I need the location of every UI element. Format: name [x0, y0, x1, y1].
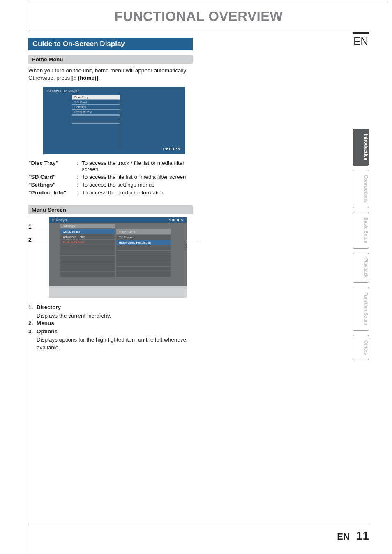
- text: When you turn on the unit, home menu wil…: [28, 67, 187, 81]
- def-colon: :: [77, 174, 82, 180]
- menuscr-left-item: Factory Default: [60, 240, 115, 245]
- philips-brand: PHILIPS: [163, 147, 180, 151]
- definition-list: "Disc Tray" : To access the track / file…: [28, 160, 193, 196]
- callout-line: [186, 240, 198, 240]
- menuscr-right-item: HDMI Video Resolution: [116, 240, 171, 245]
- definition-row: "Settings" : To access the settings menu…: [28, 182, 193, 188]
- def-term: "SD Card": [28, 174, 77, 180]
- footer-divider: [28, 525, 369, 525]
- list-item: 1. Directory: [28, 304, 193, 311]
- osd-item-empty: [72, 117, 120, 121]
- menuscr-empty: [116, 256, 171, 261]
- callout-number: 2: [28, 236, 32, 243]
- osd-item-empty: [72, 122, 120, 124]
- callout-1: 1: [28, 223, 51, 230]
- callout-2: 2: [28, 236, 51, 243]
- tab-introduction[interactable]: Introduction: [353, 129, 369, 166]
- tab-function-setup[interactable]: Function Setup: [353, 287, 369, 330]
- menu-screen-figure: 1 2 3 BD-Player PHILIPS Settings Quick S…: [28, 217, 201, 300]
- def-term: "Settings": [28, 182, 77, 188]
- list-number: 1.: [28, 304, 37, 311]
- page-footer: EN 11: [337, 529, 369, 542]
- menuscr-empty: [116, 261, 171, 267]
- def-colon: :: [77, 182, 82, 188]
- menuscr-empty: [116, 267, 171, 272]
- list-desc: Displays options for the high-lighted it…: [37, 336, 193, 351]
- def-desc: To access the track / file list or media…: [82, 160, 193, 172]
- list-heading: Directory: [37, 304, 61, 310]
- osd-item: SD Card: [72, 100, 120, 105]
- menuscr-right-item: TV Shape: [116, 235, 171, 240]
- def-desc: To access the file list or media filter …: [82, 174, 193, 180]
- callout-line: [33, 227, 49, 227]
- menuscr-left-item: Quick Setup: [60, 229, 115, 234]
- menuscr-empty: [116, 245, 171, 251]
- footer-lang: EN: [337, 531, 350, 542]
- osd-title: Blu-ray Disc Player: [47, 89, 79, 93]
- def-desc: To access the product information: [82, 189, 193, 196]
- text: (home)]: [76, 75, 98, 81]
- def-colon: :: [77, 189, 82, 196]
- menuscr-empty: [60, 261, 115, 266]
- def-colon: :: [77, 160, 82, 172]
- menuscr-right-item: Player Menu: [116, 229, 171, 235]
- osd-item: Disc Tray: [72, 95, 120, 100]
- osd-home-menu-figure: Blu-ray Disc Player Disc Tray SD Card Se…: [43, 87, 185, 154]
- side-tabs: Introduction Connections Basic Setup Pla…: [353, 129, 369, 360]
- menuscr-breadcrumb: Settings: [60, 224, 115, 228]
- callout-number: 1: [28, 223, 32, 230]
- tab-others[interactable]: Others: [353, 335, 369, 360]
- def-term: "Product Info": [28, 189, 77, 196]
- osd-item: Product Info: [72, 110, 120, 115]
- tab-basic-setup[interactable]: Basic Setup: [353, 212, 369, 249]
- list-desc: Displays the current hierarchy.: [37, 312, 193, 320]
- page-title: FUNCTIONAL OVERVIEW: [28, 9, 369, 24]
- menuscr-left-item: Advanced Setup: [60, 234, 115, 240]
- menuscr-empty: [60, 266, 115, 272]
- tab-playback[interactable]: Playback: [353, 253, 369, 283]
- menuscr-empty: [60, 272, 115, 277]
- section-heading: Guide to On-Screen Display: [28, 38, 193, 50]
- tab-connections[interactable]: Connections: [353, 170, 369, 208]
- definition-row: "Disc Tray" : To access the track / file…: [28, 160, 193, 172]
- menuscr-empty: [116, 272, 171, 277]
- footer-page-number: 11: [356, 529, 369, 542]
- home-intro-text: When you turn on the unit, home menu wil…: [28, 67, 193, 82]
- list-item: 2. Menus: [28, 320, 193, 327]
- list-number: 2.: [28, 320, 37, 327]
- osd-item: Settings: [72, 105, 120, 110]
- list-item: 3. Options: [28, 328, 193, 335]
- list-heading: Menus: [37, 320, 54, 326]
- def-desc: To access the settings menus: [82, 182, 193, 188]
- menuscr-empty: [60, 256, 115, 261]
- numbered-list: 1. Directory Displays the current hierar…: [28, 304, 193, 351]
- list-number: 3.: [28, 328, 37, 335]
- subheading-menu-screen: Menu Screen: [28, 205, 193, 214]
- callout-3: 3: [184, 236, 201, 249]
- definition-row: "Product Info" : To access the product i…: [28, 189, 193, 196]
- home-icon: ⌂: [74, 75, 76, 81]
- menuscr-empty: [116, 251, 171, 256]
- philips-brand: PHILIPS: [168, 218, 183, 222]
- list-heading: Options: [37, 328, 58, 335]
- menuscr-empty: [60, 245, 115, 250]
- text: .: [98, 75, 100, 81]
- def-term: "Disc Tray": [28, 160, 77, 172]
- menuscr-title: BD-Player: [52, 218, 67, 222]
- subheading-home-menu: Home Menu: [28, 55, 193, 64]
- menuscr-empty: [60, 250, 115, 256]
- language-tag: EN: [353, 32, 369, 48]
- osd-divider: [120, 95, 120, 150]
- definition-row: "SD Card" : To access the file list or m…: [28, 174, 193, 180]
- divider: [28, 32, 369, 32]
- callout-line: [33, 240, 49, 240]
